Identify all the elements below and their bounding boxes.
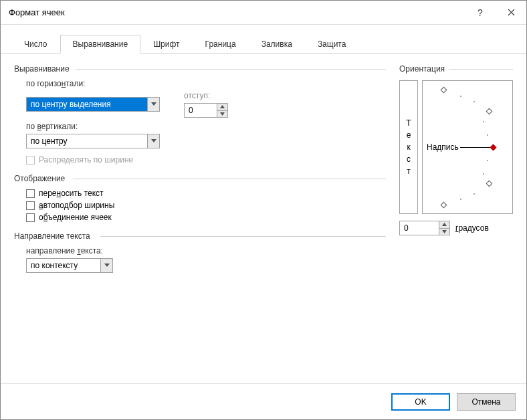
text-direction-label: направление текста: (26, 246, 386, 255)
alignment-group-label: Выравнивание (14, 64, 386, 74)
indent-label: отступ: (184, 91, 228, 100)
tab-alignment[interactable]: Выравнивание (60, 35, 141, 54)
cancel-button[interactable]: Отмена (457, 393, 516, 411)
vertical-text-button[interactable]: Т е к с т (399, 80, 418, 214)
spinner-up-icon[interactable] (439, 221, 449, 228)
tab-fill[interactable]: Заливка (249, 35, 305, 54)
content-area: Выравнивание по горизонтали: по центру в… (1, 54, 526, 383)
spinner-down-icon[interactable] (439, 228, 449, 235)
titlebar: Формат ячеек ? (1, 1, 526, 25)
horizontal-label: по горизонтали: (26, 79, 386, 88)
close-icon (508, 9, 515, 16)
tab-border[interactable]: Граница (193, 35, 249, 54)
tab-protection[interactable]: Защита (305, 35, 359, 54)
alignment-group: Выравнивание по горизонтали: по центру в… (14, 64, 386, 165)
display-group-label: Отображение (14, 174, 386, 183)
wrap-text-checkbox[interactable]: переносить текст (26, 189, 386, 198)
tab-font[interactable]: Шрифт (140, 35, 192, 54)
vertical-combo[interactable]: по центру (26, 134, 160, 148)
text-direction-combo[interactable]: по контексту (26, 258, 113, 273)
indent-spinner[interactable]: 0 (184, 103, 228, 118)
ok-button[interactable]: OK (391, 393, 450, 411)
spinner-down-icon[interactable] (217, 110, 227, 118)
distribute-checkbox: Распределять по ширине (26, 155, 386, 165)
left-column: Выравнивание по горизонтали: по центру в… (14, 64, 386, 377)
degrees-label: градусов (455, 223, 489, 233)
chevron-down-icon (147, 98, 159, 111)
orientation-group: Ориентация Т е к с т Надпись (399, 64, 513, 377)
text-direction-group-label: Направление текста (14, 231, 386, 241)
help-button[interactable]: ? (465, 1, 496, 25)
horizontal-combo[interactable]: по центру выделения (26, 97, 160, 112)
degrees-spinner[interactable]: 0 (399, 221, 450, 235)
display-group: Отображение переносить текст автоподбор … (14, 174, 386, 222)
dialog-footer: OK Отмена (1, 383, 526, 419)
close-button[interactable] (496, 1, 526, 25)
tab-number[interactable]: Число (11, 35, 60, 54)
window-title: Формат ячеек (9, 7, 465, 17)
tabstrip: Число Выравнивание Шрифт Граница Заливка… (1, 25, 526, 54)
text-direction-group: Направление текста направление текста: п… (14, 231, 386, 273)
merge-cells-checkbox[interactable]: объединение ячеек (26, 213, 386, 222)
orientation-group-label: Ориентация (399, 64, 513, 74)
chevron-down-icon (100, 259, 112, 272)
spinner-up-icon[interactable] (217, 104, 227, 110)
format-cells-dialog: Формат ячеек ? Число Выравнивание Шрифт … (0, 0, 527, 420)
vertical-label: по вертикали: (26, 122, 386, 131)
orientation-dial[interactable]: Надпись (422, 80, 513, 214)
chevron-down-icon (147, 134, 159, 148)
shrink-fit-checkbox[interactable]: автоподбор ширины (26, 201, 386, 210)
